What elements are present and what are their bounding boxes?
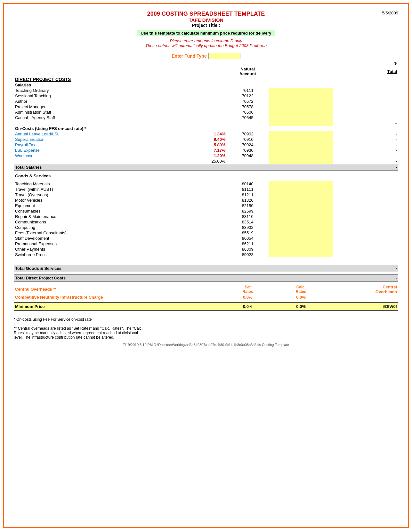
total-goods-label: Total Goods & Services <box>14 265 190 272</box>
total-goods-value: - <box>333 265 398 272</box>
table-row: Administration Staff 70500 <box>14 109 398 115</box>
note2: These entries will automatically update … <box>14 43 398 48</box>
main-title: 2009 COSTING SPREADSHEET TEMPLATE <box>14 11 398 17</box>
total-direct-row: Total Direct Project Costs - <box>14 275 398 282</box>
table-row: Travel (within AUST) 81111 <box>14 187 398 192</box>
total-direct-value: - <box>333 275 398 282</box>
project-title: Project Title : <box>14 23 398 28</box>
salary-admin: Administration Staff <box>14 109 190 115</box>
date-label: 5/5/2009 <box>382 11 398 15</box>
sub-title: TAFE DIVISION <box>14 17 398 23</box>
table-row: Project Manager 70578 <box>14 104 398 109</box>
min-price-row: Minimum Price 0.0% 0.0% #DIV/0! <box>14 302 398 310</box>
competitive-calc: 0.0% <box>269 294 334 300</box>
total-goods-row: Total Goods & Services - <box>14 265 398 272</box>
goods-services-header-row: Goods & Services <box>14 173 398 179</box>
total-salaries-row: Total Salaries - <box>14 164 398 171</box>
table-row: Payroll Tax 5.89% 70924 - <box>14 142 398 148</box>
table-row: Swinburne Press 89023 <box>14 252 398 257</box>
total-salaries-label: Total Salaries <box>14 164 190 171</box>
table-row: Sessional Teaching 70122 <box>14 93 398 99</box>
direct-costs-header-row: DIRECT PROJECT COSTS <box>14 77 398 82</box>
central-overheads-header: Central Overheads ** SetRates Calc.Rates… <box>14 284 398 294</box>
table-row: LSL Expense 7.17% 70930 - <box>14 148 398 153</box>
table-row: Workcover 1.20% 70948 - <box>14 153 398 158</box>
competitive-label: Competitive Neutrality Infrastructure Ch… <box>14 294 190 300</box>
header-section: 2009 COSTING SPREADSHEET TEMPLATE TAFE D… <box>14 11 398 48</box>
note1: Please enter amounts in column D only <box>14 38 398 43</box>
salary-author: Author <box>14 99 190 104</box>
table-row: Computing 83932 <box>14 225 398 230</box>
col-natural-account: NaturalAccount <box>227 66 269 77</box>
goods-services-label: Goods & Services <box>14 173 190 179</box>
oncosts-label: On-Costs (Using FFS on-cost rate) * <box>14 126 190 131</box>
table-row: Motor Vehicles 81320 <box>14 197 398 203</box>
table-row: Staff Development 86054 <box>14 236 398 241</box>
footnote1: * On-costs using Fee For Service on-cost… <box>14 317 398 322</box>
instruction-text: Use this template to calculate minimum p… <box>137 30 274 36</box>
oncost-annual-leave: Annual Leave Load/LSL <box>14 131 190 137</box>
competitive-result <box>333 294 398 300</box>
fund-type-label: Enter Fund Type <box>172 53 206 59</box>
dollar-header: $ <box>14 61 398 66</box>
oncost-super: Superannuation <box>14 137 190 142</box>
fund-type-input[interactable] <box>208 53 240 59</box>
direct-costs-label: DIRECT PROJECT COSTS <box>14 77 190 82</box>
fund-type-row: Enter Fund Type <box>14 53 398 59</box>
oncosts-header-row: On-Costs (Using FFS on-cost rate) * <box>14 126 398 131</box>
main-page: 5/5/2009 2009 COSTING SPREADSHEET TEMPLA… <box>3 3 409 528</box>
oncost-lsl: LSL Expense <box>14 148 190 153</box>
central-overheads-col-label: CentralOverheads <box>333 284 398 294</box>
main-table: NaturalAccount Total DIRECT PROJECT COST… <box>14 66 398 311</box>
min-price-label: Minimum Price <box>14 302 190 310</box>
table-row: Annual Leave Load/LSL 1.34% 70902 - <box>14 131 398 137</box>
salary-subtotal-row: - <box>14 120 398 126</box>
table-row: Superannuation 9.40% 70910 - <box>14 137 398 142</box>
salary-sessional: Sessional Teaching <box>14 93 190 99</box>
central-overheads-label: Central Overheads ** <box>14 284 190 294</box>
salary-casual: Casual - Agency Staff <box>14 115 190 120</box>
competitive-row: Competitive Neutrality Infrastructure Ch… <box>14 294 398 300</box>
total-direct-label: Total Direct Project Costs <box>14 275 190 282</box>
salaries-header-row: Salaries <box>14 82 398 88</box>
oncost-total-rate-row: 25.00% - <box>14 158 398 164</box>
table-row: Teaching Materials 80140 <box>14 181 398 187</box>
table-row: Communications 83514 <box>14 219 398 225</box>
table-row: Repair & Maintenance 83110 <box>14 214 398 219</box>
competitive-set: 0.0% <box>227 294 269 300</box>
min-price-result: #DIV/0! <box>333 302 398 310</box>
table-row: Travel (Overseas) 81211 <box>14 192 398 197</box>
min-price-set: 0.0% <box>227 302 269 310</box>
oncost-total-rate: 25.00% <box>190 158 227 164</box>
oncost-workcover: Workcover <box>14 153 190 158</box>
table-row: Fees (External Consultants) 85519 <box>14 230 398 236</box>
table-row: Other Payments 86309 <box>14 246 398 252</box>
min-price-calc: 0.0% <box>269 302 334 310</box>
salary-teaching-ordinary: Teaching Ordinary <box>14 88 190 93</box>
table-row: Author 70572 <box>14 99 398 104</box>
table-row: Casual - Agency Staff 70545 <box>14 115 398 120</box>
total-salaries-value: - <box>333 164 398 171</box>
calc-rates-label: Calc.Rates <box>269 284 334 294</box>
salary-project-manager: Project Manager <box>14 104 190 109</box>
table-row: Teaching Ordinary 70111 <box>14 88 398 93</box>
table-row: Equipment 82150 <box>14 203 398 208</box>
notes-section: * On-costs using Fee For Service on-cost… <box>14 317 398 340</box>
salaries-label: Salaries <box>14 82 190 88</box>
table-row: Promotional Expenses 86211 <box>14 241 398 246</box>
oncost-payroll-tax: Payroll Tax <box>14 142 190 148</box>
table-row: Consumables 82599 <box>14 208 398 214</box>
col-total: Total <box>333 66 398 77</box>
set-rates-label: SetRates <box>227 284 269 294</box>
footnote2: ** Central overheads are listed as "Set … <box>14 326 398 340</box>
footer-path: 7/19/2010 3:10 PM D:\Docstoc\Working\pdf… <box>14 343 398 347</box>
